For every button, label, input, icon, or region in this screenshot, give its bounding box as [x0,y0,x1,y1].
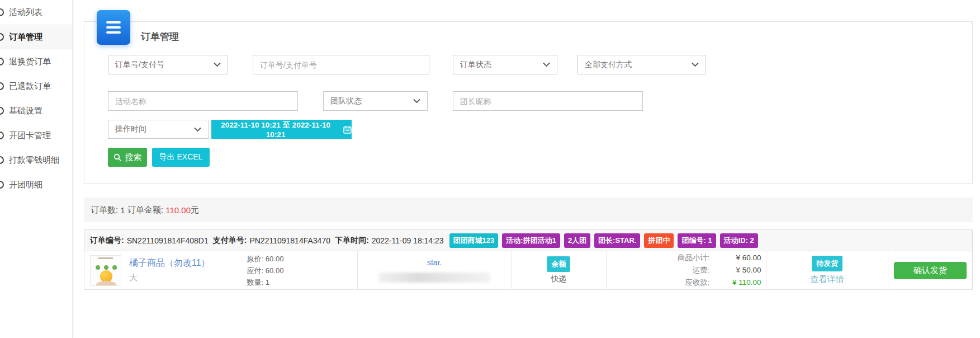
activity-id-badge: 活动ID: 2 [720,233,758,248]
product-cell: 橘子商品（勿改11） 大 原价: 60.00 应付: 60.00 数量: 1 [84,251,358,289]
search-button[interactable]: 搜索 [108,148,147,167]
product-spec: 大 [129,273,247,283]
chevron-down-icon [194,127,201,132]
activity-name-input-wrap [108,91,298,111]
circle-icon [0,156,4,164]
order-header: 订单编号: SN2211091814F408D1 支付单号: PN2211091… [84,230,972,251]
time-type-select[interactable]: 操作时间 [108,120,209,139]
shipping-line: 运费: ¥ 50.00 [607,264,761,276]
buyer-nickname-link[interactable]: star. [427,258,442,267]
menu-toggle-button[interactable] [97,10,130,45]
leader-nickname-input-wrap [453,91,643,111]
sidebar-item-payment-details[interactable]: 打款零钱明细 [0,148,72,172]
pay-method-select[interactable]: 全部支付方式 [577,55,706,74]
circle-icon [0,107,4,115]
order-no-input[interactable] [260,55,422,74]
page-title: 订单管理 [141,30,179,43]
calendar-icon [343,125,352,134]
sidebar-item-basic-settings[interactable]: 基础设置 [0,98,72,123]
payment-cell: 余额 快递 [512,251,607,289]
amount-unit: 元 [191,205,199,215]
sidebar-item-label: 已退款订单 [9,81,51,92]
sidebar-item-label: 开团明细 [9,180,42,190]
orders-count-label: 订单数: [91,205,118,215]
pay-no: PN2211091814FA3470 [249,236,330,245]
order-no: SN2211091814F408D1 [127,236,209,245]
status-cell: 待发货 查看详情 [766,251,888,289]
circle-icon [0,33,4,41]
sidebar-item-label: 退换货订单 [9,57,51,67]
order-row: 橘子商品（勿改11） 大 原价: 60.00 应付: 60.00 数量: 1 s… [84,251,972,289]
chevron-down-icon [692,62,699,67]
sidebar-item-label: 开团卡管理 [9,130,51,141]
sidebar-item-group-card-management[interactable]: 开团卡管理 [0,123,72,148]
sidebar-item-label: 基础设置 [9,106,42,116]
receivable-line: 应收款: ¥ 110.00 [607,276,761,289]
sidebar-item-label: 打款零钱明细 [9,155,59,166]
product-image [90,255,121,286]
activity-name-input[interactable] [115,92,291,110]
circle-icon [0,82,4,90]
orders-amount-label: 订单金额: [127,205,163,215]
order-no-label: 订单编号: [90,236,124,246]
sidebar: 活动列表 订单管理 退换货订单 已退款订单 基础设置 开团卡管理 打款零钱明细 … [0,0,73,338]
date-range-button[interactable]: 2022-11-10 10:21 至 2022-11-10 10:21 [211,120,352,139]
team-status-select[interactable]: 团队状态 [323,91,428,111]
sidebar-item-label: 订单管理 [9,32,42,43]
chevron-down-icon [214,62,221,67]
sidebar-item-order-management[interactable]: 订单管理 [0,25,72,49]
pay-no-label: 支付单号: [213,236,247,246]
chevron-down-icon [543,62,550,67]
order-time-label: 下单时间: [335,236,369,246]
order-time: 2022-11-09 18:14:23 [372,236,444,245]
status-badge: 待发货 [812,256,842,271]
sidebar-item-return-orders[interactable]: 退换货订单 [0,49,72,74]
group-id-badge: 团编号: 1 [678,233,716,248]
order-card: 订单编号: SN2211091814F408D1 支付单号: PN2211091… [84,229,973,290]
leader-nickname-input[interactable] [460,92,636,110]
circle-icon [0,8,4,16]
confirm-ship-button[interactable]: 确认发货 [894,262,967,279]
orders-count: 1 [120,205,125,215]
product-info: 橘子商品（勿改11） 大 [129,257,247,283]
action-cell: 确认发货 [888,251,972,289]
circle-icon [0,132,4,139]
order-summary-bar: 订单数: 1 订单金额: 110.00元 [84,198,973,222]
order-no-type-select[interactable]: 订单号/支付号 [108,55,228,74]
product-name-link[interactable]: 橘子商品（勿改11） [129,257,247,269]
amounts-cell: 商品小计: ¥ 60.00 运费: ¥ 50.00 应收款: ¥ 110.00 [607,251,767,289]
hamburger-icon [106,21,121,24]
grouping-status-badge: 拼团中 [644,233,674,248]
redacted-contact-info [378,273,490,283]
search-icon [113,153,122,162]
group-size-badge: 2人团 [564,233,590,248]
subtotal-line: 商品小计: ¥ 60.00 [607,252,761,264]
view-details-link[interactable]: 查看详情 [811,274,844,285]
product-prices: 原价: 60.00 应付: 60.00 数量: 1 [247,253,284,288]
export-excel-button[interactable]: 导出 EXCEL [152,148,210,167]
order-badges: 团团商城123 活动:拼团活动1 2人团 团长:STAR. 拼团中 团编号: 1… [449,233,758,248]
sidebar-item-label: 活动列表 [9,7,42,18]
activity-badge: 活动:拼团活动1 [502,233,560,248]
leader-badge: 团长:STAR. [594,233,640,248]
sidebar-item-group-details[interactable]: 开团明细 [0,172,72,197]
shop-badge: 团团商城123 [449,233,499,248]
order-no-input-wrap [253,55,429,74]
circle-icon [0,58,4,65]
sidebar-item-activity-list[interactable]: 活动列表 [0,0,72,25]
pay-method-badge: 余额 [547,256,570,272]
order-status-select[interactable]: 订单状态 [453,55,557,74]
chevron-down-icon [413,98,420,104]
circle-icon [0,181,4,189]
buyer-cell: star. [358,251,512,289]
orders-amount: 110.00 [165,205,191,215]
sidebar-item-refunded-orders[interactable]: 已退款订单 [0,74,72,98]
delivery-type: 快递 [551,274,566,284]
